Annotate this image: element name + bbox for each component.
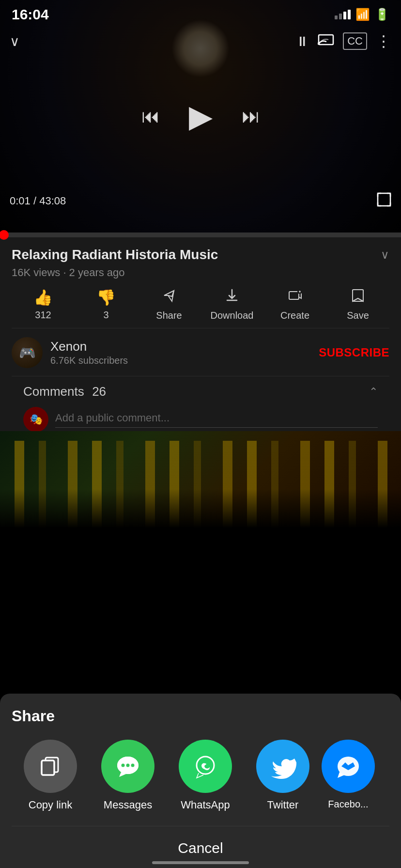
collapse-button[interactable]: ∨ [10,33,20,49]
like-button[interactable]: 👍 312 [12,288,75,321]
channel-row: 🎮 Xenon 6.76K subscribers SUBSCRIBE [12,328,389,376]
video-info-section: Relaxing Radiant Historia Music ∨ 16K vi… [0,237,401,445]
whatsapp-label: WhatsApp [181,799,230,811]
fullscreen-button[interactable] [377,192,391,210]
status-bar: 16:04 📶 🔋 [0,0,401,27]
pause-button[interactable]: ⏸ [295,33,309,49]
messenger-label: Facebo... [328,799,368,810]
svg-rect-3 [289,292,299,299]
video-meta: 16K views · 2 years ago [12,266,389,279]
messages-icon [101,740,154,793]
previous-button[interactable]: ⏮ [141,106,160,127]
share-apps-row: Copy link Messages [12,740,389,816]
comments-label: Comments [23,384,84,399]
svg-point-13 [131,764,135,767]
share-app-messages[interactable]: Messages [89,740,167,811]
wifi-icon: 📶 [355,8,370,21]
share-button[interactable]: Share [138,288,200,321]
comments-sort-icon[interactable]: ⌃ [369,386,378,398]
create-label: Create [280,310,309,321]
dislike-icon: 👎 [96,288,116,307]
thumbnail-strip [0,431,401,528]
like-count: 312 [35,310,51,321]
copy-link-label: Copy link [29,799,72,811]
video-top-controls: ∨ ⏸ CC ⋮ [0,27,401,55]
progress-fill [0,232,4,237]
playback-controls: ⏮ ▶ ⏭ [141,98,260,134]
expand-icon[interactable]: ∨ [381,248,389,262]
dislike-button[interactable]: 👎 3 [75,288,138,321]
status-time: 16:04 [12,6,49,23]
messages-label: Messages [104,799,152,811]
whatsapp-icon [179,740,232,793]
user-avatar: 🎭 [23,407,48,432]
battery-icon: 🔋 [375,8,389,21]
video-progress-bar[interactable] [0,232,401,237]
dislike-count: 3 [103,310,108,321]
download-button[interactable]: Download [200,288,263,321]
play-button[interactable]: ▶ [189,98,213,134]
save-button[interactable]: Save [326,288,389,321]
save-icon [350,288,366,307]
comments-count: 26 [92,384,106,399]
save-label: Save [347,310,369,321]
share-title: Share [12,707,389,725]
action-buttons-row: 👍 312 👎 3 Share Download [12,279,389,328]
cast-button[interactable] [318,33,334,50]
svg-rect-5 [353,290,363,301]
share-app-whatsapp[interactable]: WhatsApp [167,740,244,811]
channel-avatar[interactable]: 🎮 [12,337,43,368]
share-icon [161,288,177,307]
status-icons: 📶 🔋 [335,8,389,21]
messenger-icon [322,740,375,793]
video-player[interactable]: ∨ ⏸ CC ⋮ ⏮ ▶ ⏭ 0:01 / 43:08 [0,0,401,232]
create-button[interactable]: Create [263,288,326,321]
twitter-icon [256,740,309,793]
share-app-messenger[interactable]: Facebo... [322,740,375,811]
share-sheet: Share Copy link [0,694,401,868]
svg-point-12 [126,764,130,767]
share-app-twitter[interactable]: Twitter [244,740,322,811]
svg-rect-7 [42,760,54,775]
channel-name: Xenon [50,339,319,354]
channel-subscribers: 6.76K subscribers [50,355,319,366]
video-timestamp: 0:01 / 43:08 [10,195,66,207]
cc-button[interactable]: CC [343,32,367,50]
download-label: Download [211,310,254,321]
like-icon: 👍 [33,288,53,307]
share-app-copy-link[interactable]: Copy link [12,740,89,811]
svg-point-14 [197,757,214,774]
signal-icon [335,10,351,19]
comment-input[interactable]: Add a public comment... [55,412,378,428]
subscribe-button[interactable]: SUBSCRIBE [319,346,389,359]
svg-point-11 [122,764,125,767]
share-label: Share [156,310,182,321]
more-options-button[interactable]: ⋮ [376,32,391,50]
copy-link-icon [24,740,77,793]
channel-info: Xenon 6.76K subscribers [50,339,319,366]
create-icon [287,288,303,307]
video-title: Relaxing Radiant Historia Music [12,246,376,264]
home-indicator [152,861,249,864]
svg-rect-2 [378,193,390,206]
next-video-thumbnail [0,431,401,528]
download-icon [224,288,240,307]
twitter-label: Twitter [267,799,299,811]
next-button[interactable]: ⏭ [242,106,260,127]
